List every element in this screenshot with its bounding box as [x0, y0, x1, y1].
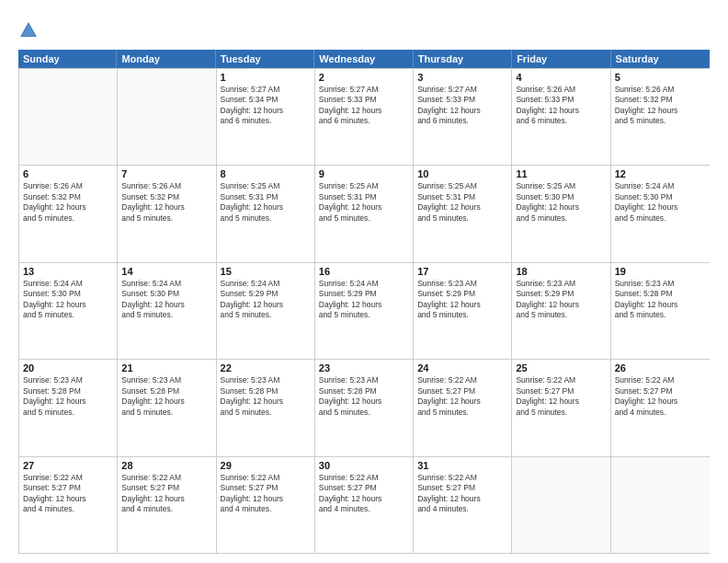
weekday-header-friday: Friday — [512, 50, 610, 68]
day-info: Sunrise: 5:24 AM Sunset: 5:30 PM Dayligh… — [121, 279, 211, 321]
weekday-header-monday: Monday — [117, 50, 215, 68]
day-info: Sunrise: 5:22 AM Sunset: 5:27 PM Dayligh… — [615, 375, 706, 418]
day-cell-empty — [512, 457, 610, 553]
day-cell-23: 23Sunrise: 5:23 AM Sunset: 5:28 PM Dayli… — [315, 360, 414, 455]
day-cell-27: 27Sunrise: 5:22 AM Sunset: 5:27 PM Dayli… — [19, 457, 118, 553]
day-number: 19 — [615, 266, 706, 277]
day-number: 31 — [417, 460, 507, 471]
calendar: SundayMondayTuesdayWednesdayThursdayFrid… — [18, 50, 710, 554]
day-cell-16: 16Sunrise: 5:24 AM Sunset: 5:29 PM Dayli… — [315, 263, 414, 359]
day-info: Sunrise: 5:26 AM Sunset: 5:32 PM Dayligh… — [23, 181, 113, 224]
day-cell-17: 17Sunrise: 5:23 AM Sunset: 5:29 PM Dayli… — [414, 263, 512, 359]
day-number: 5 — [615, 72, 706, 83]
day-info: Sunrise: 5:25 AM Sunset: 5:31 PM Dayligh… — [319, 181, 409, 224]
day-cell-18: 18Sunrise: 5:23 AM Sunset: 5:29 PM Dayli… — [512, 263, 610, 359]
day-cell-3: 3Sunrise: 5:27 AM Sunset: 5:33 PM Daylig… — [414, 69, 512, 165]
day-number: 4 — [516, 72, 606, 83]
day-info: Sunrise: 5:23 AM Sunset: 5:28 PM Dayligh… — [121, 375, 211, 418]
day-cell-19: 19Sunrise: 5:23 AM Sunset: 5:28 PM Dayli… — [611, 263, 710, 359]
calendar-body: 1Sunrise: 5:27 AM Sunset: 5:34 PM Daylig… — [18, 68, 710, 554]
day-number: 25 — [516, 362, 606, 373]
day-number: 8 — [221, 168, 311, 179]
day-number: 16 — [319, 266, 409, 277]
day-cell-12: 12Sunrise: 5:24 AM Sunset: 5:30 PM Dayli… — [611, 166, 710, 261]
day-number: 23 — [319, 362, 409, 373]
day-cell-9: 9Sunrise: 5:25 AM Sunset: 5:31 PM Daylig… — [315, 166, 414, 261]
day-info: Sunrise: 5:22 AM Sunset: 5:27 PM Dayligh… — [516, 375, 606, 418]
header — [18, 17, 710, 40]
day-number: 18 — [516, 266, 606, 277]
weekday-header-saturday: Saturday — [611, 50, 710, 68]
day-info: Sunrise: 5:26 AM Sunset: 5:33 PM Dayligh… — [516, 85, 606, 127]
day-number: 24 — [417, 362, 507, 373]
day-number: 3 — [417, 72, 507, 83]
day-cell-empty — [118, 69, 216, 165]
day-info: Sunrise: 5:22 AM Sunset: 5:27 PM Dayligh… — [319, 473, 409, 515]
day-info: Sunrise: 5:22 AM Sunset: 5:27 PM Dayligh… — [121, 473, 211, 515]
day-info: Sunrise: 5:23 AM Sunset: 5:28 PM Dayligh… — [319, 375, 409, 418]
day-info: Sunrise: 5:25 AM Sunset: 5:31 PM Dayligh… — [221, 181, 311, 224]
cal-week-1: 6Sunrise: 5:26 AM Sunset: 5:32 PM Daylig… — [19, 165, 710, 261]
day-number: 9 — [319, 168, 409, 179]
day-number: 27 — [23, 460, 113, 471]
cal-week-0: 1Sunrise: 5:27 AM Sunset: 5:34 PM Daylig… — [19, 68, 710, 165]
day-cell-empty — [611, 457, 710, 553]
day-info: Sunrise: 5:27 AM Sunset: 5:33 PM Dayligh… — [417, 85, 507, 127]
day-number: 29 — [221, 460, 311, 471]
day-cell-13: 13Sunrise: 5:24 AM Sunset: 5:30 PM Dayli… — [19, 263, 118, 359]
day-cell-2: 2Sunrise: 5:27 AM Sunset: 5:33 PM Daylig… — [315, 69, 414, 165]
day-number: 28 — [121, 460, 211, 471]
day-number: 20 — [23, 362, 113, 373]
day-info: Sunrise: 5:27 AM Sunset: 5:34 PM Dayligh… — [221, 85, 311, 127]
day-cell-21: 21Sunrise: 5:23 AM Sunset: 5:28 PM Dayli… — [118, 360, 216, 455]
day-cell-15: 15Sunrise: 5:24 AM Sunset: 5:29 PM Dayli… — [217, 263, 315, 359]
day-info: Sunrise: 5:27 AM Sunset: 5:33 PM Dayligh… — [319, 85, 409, 127]
cal-week-2: 13Sunrise: 5:24 AM Sunset: 5:30 PM Dayli… — [19, 262, 710, 359]
logo — [18, 20, 42, 40]
day-cell-29: 29Sunrise: 5:22 AM Sunset: 5:27 PM Dayli… — [217, 457, 315, 553]
day-info: Sunrise: 5:24 AM Sunset: 5:29 PM Dayligh… — [319, 279, 409, 321]
day-number: 22 — [221, 362, 311, 373]
day-cell-28: 28Sunrise: 5:22 AM Sunset: 5:27 PM Dayli… — [118, 457, 216, 553]
day-cell-22: 22Sunrise: 5:23 AM Sunset: 5:28 PM Dayli… — [217, 360, 315, 455]
day-number: 15 — [221, 266, 311, 277]
day-cell-25: 25Sunrise: 5:22 AM Sunset: 5:27 PM Dayli… — [512, 360, 610, 455]
weekday-header-thursday: Thursday — [414, 50, 512, 68]
day-number: 7 — [121, 168, 211, 179]
day-number: 30 — [319, 460, 409, 471]
calendar-header: SundayMondayTuesdayWednesdayThursdayFrid… — [18, 50, 710, 68]
day-cell-6: 6Sunrise: 5:26 AM Sunset: 5:32 PM Daylig… — [19, 166, 118, 261]
day-cell-empty — [19, 69, 118, 165]
day-cell-24: 24Sunrise: 5:22 AM Sunset: 5:27 PM Dayli… — [414, 360, 512, 455]
day-number: 13 — [23, 266, 113, 277]
day-info: Sunrise: 5:23 AM Sunset: 5:29 PM Dayligh… — [516, 279, 606, 321]
day-info: Sunrise: 5:23 AM Sunset: 5:28 PM Dayligh… — [23, 375, 113, 418]
day-number: 11 — [516, 168, 606, 179]
day-cell-1: 1Sunrise: 5:27 AM Sunset: 5:34 PM Daylig… — [217, 69, 315, 165]
day-number: 17 — [417, 266, 507, 277]
day-number: 12 — [615, 168, 706, 179]
cal-week-3: 20Sunrise: 5:23 AM Sunset: 5:28 PM Dayli… — [19, 359, 710, 455]
day-number: 21 — [121, 362, 211, 373]
cal-week-4: 27Sunrise: 5:22 AM Sunset: 5:27 PM Dayli… — [19, 456, 710, 553]
weekday-header-wednesday: Wednesday — [314, 50, 413, 68]
day-cell-20: 20Sunrise: 5:23 AM Sunset: 5:28 PM Dayli… — [19, 360, 118, 455]
day-info: Sunrise: 5:24 AM Sunset: 5:30 PM Dayligh… — [23, 279, 113, 321]
page: SundayMondayTuesdayWednesdayThursdayFrid… — [0, 0, 728, 563]
day-info: Sunrise: 5:22 AM Sunset: 5:27 PM Dayligh… — [23, 473, 113, 515]
day-info: Sunrise: 5:22 AM Sunset: 5:27 PM Dayligh… — [417, 375, 507, 418]
day-info: Sunrise: 5:26 AM Sunset: 5:32 PM Dayligh… — [121, 181, 211, 224]
day-cell-14: 14Sunrise: 5:24 AM Sunset: 5:30 PM Dayli… — [118, 263, 216, 359]
weekday-header-tuesday: Tuesday — [216, 50, 314, 68]
day-cell-30: 30Sunrise: 5:22 AM Sunset: 5:27 PM Dayli… — [315, 457, 414, 553]
day-cell-31: 31Sunrise: 5:22 AM Sunset: 5:27 PM Dayli… — [414, 457, 512, 553]
day-cell-7: 7Sunrise: 5:26 AM Sunset: 5:32 PM Daylig… — [118, 166, 216, 261]
day-number: 2 — [319, 72, 409, 83]
day-info: Sunrise: 5:23 AM Sunset: 5:28 PM Dayligh… — [615, 279, 706, 321]
day-number: 10 — [417, 168, 507, 179]
day-info: Sunrise: 5:24 AM Sunset: 5:30 PM Dayligh… — [615, 181, 706, 224]
day-cell-10: 10Sunrise: 5:25 AM Sunset: 5:31 PM Dayli… — [414, 166, 512, 261]
day-number: 1 — [221, 72, 311, 83]
day-cell-4: 4Sunrise: 5:26 AM Sunset: 5:33 PM Daylig… — [512, 69, 610, 165]
day-number: 6 — [23, 168, 113, 179]
